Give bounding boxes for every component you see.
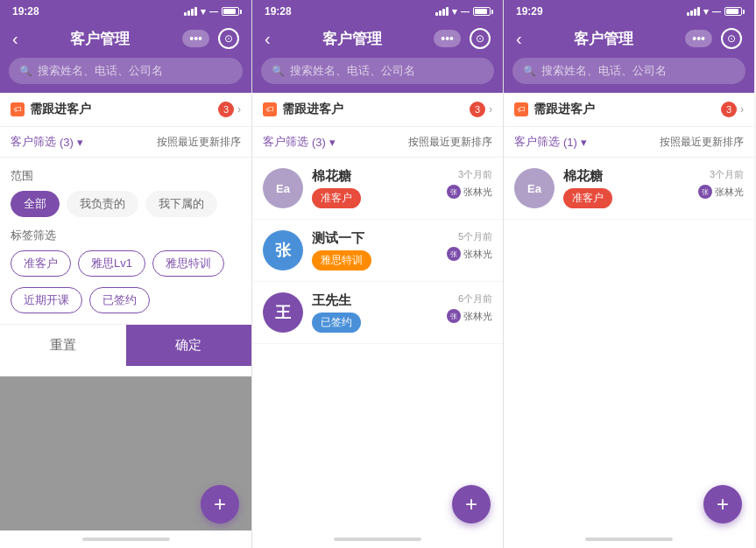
customer-right-2: 6个月前 张 张林光 — [447, 292, 492, 323]
bluetooth-icon-3: — — [712, 7, 721, 17]
customer-right-0: 3个月前 张 张林光 — [447, 168, 492, 199]
header-3: ‹ 客户管理 ••• ⊙ — [504, 21, 754, 58]
customer-item-0[interactable]: Ea 棉花糖 准客户 3个月前 张 张林光 — [252, 158, 503, 220]
phone-2: 19:28 ▾ — ‹ 客户管理 ••• ⊙ 🔍 搜索姓名、电话、公司名 — [251, 0, 503, 548]
range-tag-all[interactable]: 全部 — [11, 191, 60, 217]
filter-dropdown-icon-3: ▾ — [581, 136, 587, 149]
reset-button[interactable]: 重置 — [0, 325, 126, 366]
back-button-3[interactable]: ‹ — [516, 29, 522, 49]
customer-item-filtered-0[interactable]: Ea 棉花糖 准客户 3个月前 张 张林光 — [504, 158, 754, 220]
section-arrow-1: › — [237, 103, 241, 116]
battery-icon-2 — [473, 7, 491, 16]
back-button-2[interactable]: ‹ — [265, 29, 271, 49]
customer-tag-2: 已签约 — [312, 313, 361, 333]
settings-icon-3: ⊙ — [727, 32, 736, 45]
customer-time-filtered-0: 3个月前 — [710, 168, 744, 181]
fab-3[interactable]: + — [703, 485, 742, 523]
avatar-miantang-3: Ea — [514, 168, 555, 208]
settings-icon: ⊙ — [224, 32, 233, 45]
customer-name-0: 棉花糖 — [312, 168, 438, 185]
agent-name-1: 张林光 — [463, 248, 492, 261]
filter-left-1[interactable]: 客户筛选 (3) ▾ — [11, 134, 83, 150]
more-button-3[interactable]: ••• — [685, 30, 712, 47]
filter-dropdown-icon-2: ▾ — [329, 136, 336, 149]
range-tag-mine[interactable]: 我负责的 — [67, 191, 138, 217]
page-title-1: 客户管理 — [70, 29, 130, 49]
status-icons-1: ▾ — — [184, 6, 239, 18]
customer-item-2[interactable]: 王 王先生 已签约 6个月前 张 张林光 — [252, 282, 503, 344]
section-header-3: 🏷 需跟进客户 3 › — [504, 93, 754, 127]
customer-tag-1: 雅思特训 — [312, 250, 371, 270]
customer-tag-filtered-0: 准客户 — [563, 188, 612, 208]
filter-panel: 范围 全部 我负责的 我下属的 标签筛选 准客户 雅思Lv1 雅思特训 近期开课… — [0, 158, 251, 376]
home-indicator-3 — [585, 537, 673, 541]
signal-icon-3 — [687, 7, 700, 16]
bottom-bar-2 — [252, 530, 503, 548]
filter-label-3: 客户筛选 — [514, 134, 560, 150]
time-2: 19:28 — [265, 5, 292, 18]
section-badge-3: 3 — [721, 102, 737, 117]
search-icon-1: 🔍 — [19, 65, 32, 77]
phone-1: 19:28 ▾ — ‹ 客户管理 ••• ⊙ 🔍 搜索姓名、电话、公司名 — [0, 0, 251, 548]
range-tag-subordinate[interactable]: 我下属的 — [145, 191, 217, 217]
bottom-bar-3 — [504, 530, 754, 548]
customer-agent-filtered-0: 张 张林光 — [698, 185, 744, 199]
settings-button-1[interactable]: ⊙ — [218, 28, 239, 49]
search-placeholder-2: 搜索姓名、电话、公司名 — [290, 63, 415, 79]
label-tag-ielts-lv1[interactable]: 雅思Lv1 — [78, 250, 145, 277]
agent-avatar-filtered-0: 张 — [698, 185, 712, 199]
customer-info-0: 棉花糖 准客户 — [312, 168, 438, 208]
signal-icon — [184, 7, 197, 16]
section-arrow-2: › — [489, 103, 492, 116]
section-left-3: 🏷 需跟进客户 — [514, 102, 595, 117]
customer-agent-2: 张 张林光 — [447, 309, 492, 323]
more-button-1[interactable]: ••• — [182, 30, 209, 47]
filter-left-3[interactable]: 客户筛选 (1) ▾ — [514, 134, 587, 150]
settings-button-2[interactable]: ⊙ — [470, 28, 491, 49]
section-right-3: 3 › — [721, 102, 744, 117]
agent-avatar-2: 张 — [447, 309, 461, 323]
header-actions-1: ••• ⊙ — [182, 28, 239, 49]
status-bar-3: 19:29 ▾ — — [504, 0, 754, 21]
settings-button-3[interactable]: ⊙ — [721, 28, 742, 49]
fab-1[interactable]: + — [201, 485, 239, 523]
section-header-2: 🏷 需跟进客户 3 › — [252, 93, 503, 127]
section-left-1: 🏷 需跟进客户 — [11, 102, 91, 117]
status-icons-2: ▾ — — [435, 6, 491, 18]
customer-list-3: Ea 棉花糖 准客户 3个月前 张 张林光 — [504, 158, 754, 530]
filter-count-3: (1) — [563, 136, 577, 149]
customer-item-1[interactable]: 张 测试一下 雅思特训 5个月前 张 张林光 — [252, 220, 503, 282]
section-right-1: 3 › — [218, 102, 241, 117]
back-button-1[interactable]: ‹ — [12, 29, 18, 49]
section-left-2: 🏷 需跟进客户 — [263, 102, 343, 117]
phone-3: 19:29 ▾ — ‹ 客户管理 ••• ⊙ 🔍 搜索姓名、电话、公司名 — [503, 0, 754, 548]
label-tag-signed[interactable]: 已签约 — [89, 287, 150, 313]
filter-left-2[interactable]: 客户筛选 (3) ▾ — [263, 134, 336, 150]
search-input-2[interactable]: 🔍 搜索姓名、电话、公司名 — [261, 58, 494, 84]
wifi-icon: ▾ — [201, 6, 206, 18]
settings-icon-2: ⊙ — [476, 32, 484, 45]
filter-label-1: 客户筛选 — [11, 134, 56, 150]
avatar-miantang: Ea — [263, 168, 303, 208]
search-icon-2: 🔍 — [272, 65, 285, 77]
search-input-3[interactable]: 🔍 搜索姓名、电话、公司名 — [512, 58, 745, 84]
filter-actions: 重置 确定 — [0, 324, 251, 366]
range-tags: 全部 我负责的 我下属的 — [11, 191, 241, 217]
fab-2[interactable]: + — [452, 485, 491, 523]
search-bar-2: 🔍 搜索姓名、电话、公司名 — [252, 58, 503, 93]
search-input-1[interactable]: 🔍 搜索姓名、电话、公司名 — [9, 58, 243, 84]
header-2: ‹ 客户管理 ••• ⊙ — [252, 21, 503, 58]
filter-bar-1: 客户筛选 (3) ▾ 按照最近更新排序 — [0, 127, 251, 158]
customer-list-2: Ea 棉花糖 准客户 3个月前 张 张林光 张 测试一下 雅思特训 5个 — [252, 158, 503, 530]
label-tag-upcoming[interactable]: 近期开课 — [11, 287, 82, 313]
customer-name-filtered-0: 棉花糖 — [563, 168, 689, 185]
page-title-3: 客户管理 — [574, 29, 633, 49]
label-tag-prospect[interactable]: 准客户 — [11, 250, 71, 277]
customer-info-filtered-0: 棉花糖 准客户 — [563, 168, 689, 208]
customer-time-0: 3个月前 — [458, 168, 492, 181]
battery-icon — [222, 7, 239, 16]
agent-avatar-0: 张 — [447, 185, 461, 199]
more-button-2[interactable]: ••• — [434, 30, 461, 47]
label-tag-ielts-training[interactable]: 雅思特训 — [152, 250, 224, 277]
confirm-button[interactable]: 确定 — [126, 325, 252, 366]
